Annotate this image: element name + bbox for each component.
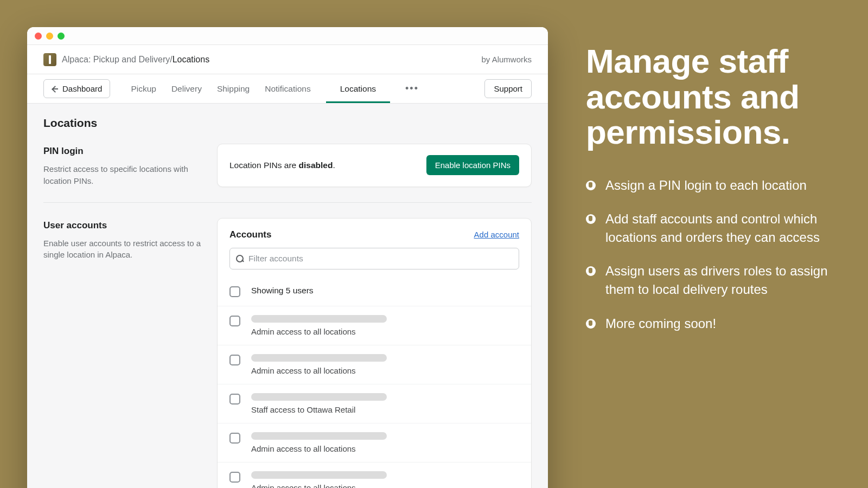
user-accounts-section: User accounts Enable user accounts to re… (43, 218, 532, 489)
navbar: Dashboard Pickup Delivery Shipping Notif… (27, 74, 548, 104)
account-role: Admin access to all locations (251, 327, 519, 336)
tab-shipping[interactable]: Shipping (217, 74, 250, 103)
dashboard-button[interactable]: Dashboard (43, 79, 110, 98)
promo-bullet: More coming soon! (586, 314, 846, 333)
accounts-section-title: User accounts (43, 220, 206, 231)
account-name-redacted (251, 471, 387, 479)
account-name-redacted (251, 393, 387, 401)
account-checkbox[interactable] (229, 316, 240, 326)
account-checkbox[interactable] (229, 394, 240, 404)
promo-bullet: Assign a PIN login to each location (586, 176, 846, 195)
window-close-button[interactable] (35, 33, 42, 40)
account-row[interactable]: Admin access to all locations (218, 345, 531, 384)
section-divider (43, 202, 532, 203)
pin-status-prefix: Location PINs are (229, 160, 299, 170)
tab-notifications[interactable]: Notifications (265, 74, 310, 103)
bullet-icon (586, 181, 596, 190)
pin-status-text: Location PINs are disabled. (229, 160, 335, 170)
bullet-icon (586, 319, 596, 329)
arrow-left-icon (52, 85, 59, 93)
account-name-redacted (251, 432, 387, 440)
select-all-checkbox[interactable] (229, 286, 240, 297)
app-logo-icon (43, 53, 56, 66)
pin-card: Location PINs are disabled. Enable locat… (217, 144, 532, 187)
bullet-icon (586, 214, 596, 224)
support-button[interactable]: Support (484, 79, 532, 98)
accounts-card-title: Accounts (229, 229, 271, 240)
search-box[interactable] (229, 248, 519, 269)
search-icon (235, 254, 244, 263)
promo-bullet-text: Assign users as drivers roles to assign … (605, 262, 846, 299)
account-role: Staff access to Ottawa Retail (251, 405, 519, 414)
accounts-section-desc: Enable user accounts to restrict access … (43, 237, 206, 261)
account-checkbox[interactable] (229, 433, 240, 444)
more-tabs-icon[interactable]: ••• (405, 83, 419, 94)
account-row[interactable]: Admin access to all locations (218, 423, 531, 462)
pin-section-title: PIN login (43, 146, 206, 157)
nav-tabs: Pickup Delivery Shipping Notifications L… (131, 74, 419, 103)
enable-pins-button[interactable]: Enable location PINs (426, 155, 519, 175)
add-account-link[interactable]: Add account (474, 230, 519, 239)
tab-delivery[interactable]: Delivery (171, 74, 202, 103)
page-title: Locations (43, 117, 532, 130)
promo-bullet: Add staff accounts and control which loc… (586, 210, 846, 247)
promo-headline: Manage staff accounts and permissions. (586, 43, 846, 150)
filter-accounts-input[interactable] (248, 254, 513, 264)
account-row[interactable]: Staff access to Ottawa Retail (218, 384, 531, 423)
page-content: Locations PIN login Restrict access to s… (27, 104, 548, 488)
pin-section-desc: Restrict access to specific locations wi… (43, 163, 206, 187)
promo-bullet: Assign users as drivers roles to assign … (586, 262, 846, 299)
account-checkbox[interactable] (229, 355, 240, 365)
promo-bullet-text: More coming soon! (605, 314, 716, 333)
tab-locations[interactable]: Locations (326, 74, 390, 103)
pin-status-suffix: . (333, 160, 335, 170)
tab-pickup[interactable]: Pickup (131, 74, 156, 103)
account-row[interactable]: Admin access to all locations (218, 462, 531, 489)
breadcrumb: Alpaca: Pickup and Delivery / Locations … (27, 45, 548, 74)
titlebar (27, 27, 548, 45)
account-name-redacted (251, 354, 387, 362)
dashboard-button-label: Dashboard (62, 84, 102, 93)
promo-bullet-text: Add staff accounts and control which loc… (605, 210, 846, 247)
accounts-card: Accounts Add account Showing 5 users (217, 218, 532, 489)
window-minimize-button[interactable] (46, 33, 53, 40)
promo-panel: Manage staff accounts and permissions. A… (586, 43, 846, 348)
account-checkbox[interactable] (229, 472, 240, 483)
select-all-row: Showing 5 users (218, 275, 531, 306)
pin-status-strong: disabled (299, 160, 333, 170)
window-maximize-button[interactable] (58, 33, 65, 40)
account-role: Admin access to all locations (251, 366, 519, 375)
promo-list: Assign a PIN login to each location Add … (586, 176, 846, 332)
accounts-card-header: Accounts Add account (218, 219, 531, 248)
by-line: by Alumworks (481, 55, 532, 64)
account-role: Admin access to all locations (251, 444, 519, 453)
breadcrumb-current: Locations (173, 55, 210, 65)
breadcrumb-app-name[interactable]: Alpaca: Pickup and Delivery (62, 55, 170, 65)
account-name-redacted (251, 315, 387, 323)
showing-count: Showing 5 users (251, 286, 519, 296)
bullet-icon (586, 266, 596, 276)
app-window: Alpaca: Pickup and Delivery / Locations … (27, 27, 548, 488)
account-row[interactable]: Admin access to all locations (218, 306, 531, 345)
promo-bullet-text: Assign a PIN login to each location (605, 176, 807, 195)
account-role: Admin access to all locations (251, 483, 519, 489)
pin-login-section: PIN login Restrict access to specific lo… (43, 144, 532, 187)
